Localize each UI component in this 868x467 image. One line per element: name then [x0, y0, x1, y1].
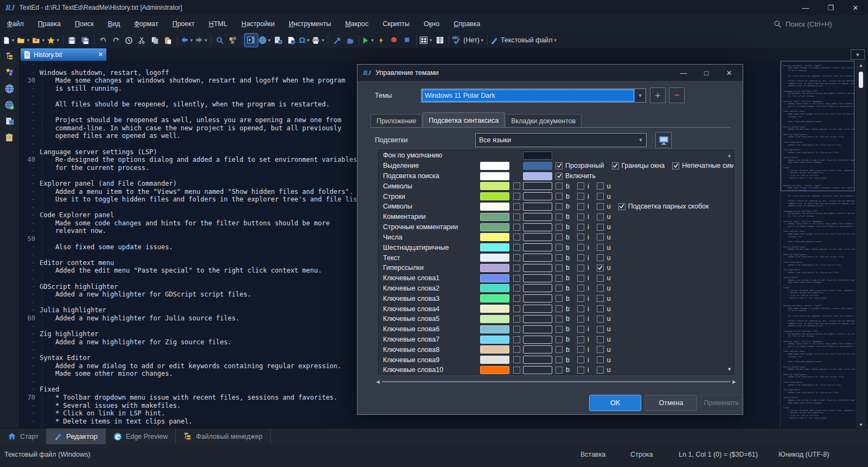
style-u-checkbox[interactable]: [597, 193, 604, 200]
dialog-close-button[interactable]: ✕: [718, 69, 741, 77]
highlighter-button[interactable]: Текстовый файл▼: [490, 34, 558, 47]
file-history-button[interactable]: [123, 34, 136, 47]
highlight-colors-list[interactable]: Фон по умолчаниюВыделениеПрозрачныйГрани…: [378, 150, 734, 375]
background-color-swatch[interactable]: [523, 172, 552, 180]
background-color-swatch[interactable]: [523, 223, 552, 231]
style-i-checkbox[interactable]: [577, 264, 584, 272]
insert-mode-status[interactable]: Вставка: [580, 451, 605, 458]
style-u-checkbox[interactable]: [597, 356, 604, 363]
background-color-swatch[interactable]: [523, 356, 552, 364]
open-folder-button[interactable]: ▼: [16, 34, 31, 47]
minimize-button[interactable]: —: [793, 0, 818, 15]
background-enable-checkbox[interactable]: [513, 336, 520, 343]
style-i-checkbox[interactable]: [577, 224, 584, 231]
style-b-checkbox[interactable]: [556, 326, 563, 333]
style-b-checkbox[interactable]: [556, 356, 563, 363]
style-b-checkbox[interactable]: [556, 254, 563, 261]
style-u-checkbox[interactable]: [597, 367, 604, 374]
style-i-checkbox[interactable]: [577, 346, 584, 353]
style-i-checkbox[interactable]: [577, 182, 584, 190]
list-scroll-up-icon[interactable]: ▲: [727, 153, 732, 158]
style-b-checkbox[interactable]: [556, 285, 563, 292]
style-u-checkbox[interactable]: [597, 326, 604, 333]
background-enable-checkbox[interactable]: [513, 203, 520, 210]
style-u-checkbox[interactable]: [597, 182, 604, 190]
background-color-swatch[interactable]: [523, 182, 552, 190]
highlight-row[interactable]: ВыделениеПрозрачныйГраницы окнаНепечатны…: [379, 161, 733, 171]
style-u-checkbox[interactable]: [597, 336, 604, 343]
foreground-color-swatch[interactable]: [480, 274, 509, 282]
style-i-checkbox[interactable]: [577, 213, 584, 220]
foreground-color-swatch[interactable]: [480, 264, 509, 272]
style-b-checkbox[interactable]: [556, 264, 563, 272]
list-scroll-down-icon[interactable]: ▼: [727, 367, 732, 372]
style-i-checkbox[interactable]: [577, 315, 584, 323]
background-enable-checkbox[interactable]: [513, 326, 520, 333]
chevron-down-icon[interactable]: ▼: [189, 38, 194, 43]
highlight-row[interactable]: Фон по умолчанию: [379, 150, 733, 161]
chevron-down-icon[interactable]: ▼: [26, 38, 30, 43]
style-b-checkbox[interactable]: [556, 213, 563, 220]
redo-button[interactable]: [110, 34, 123, 47]
menu-правка[interactable]: Правка: [31, 20, 68, 28]
columns-button[interactable]: [433, 34, 446, 47]
undo-button[interactable]: [97, 34, 110, 47]
chevron-down-icon[interactable]: ▼: [321, 38, 325, 43]
background-enable-checkbox[interactable]: [513, 305, 520, 312]
tab-close-icon[interactable]: ✕: [98, 51, 103, 58]
sidebar-doc-preview-button[interactable]: [0, 113, 19, 129]
style-i-checkbox[interactable]: [577, 356, 584, 363]
chevron-down-icon[interactable]: ▼: [553, 38, 558, 43]
highlight-row[interactable]: Строкиbiu: [379, 191, 733, 201]
close-button[interactable]: ✕: [843, 0, 868, 15]
dialog-maximize-button[interactable]: □: [695, 69, 718, 77]
special-chars-button[interactable]: Ω▼: [298, 34, 311, 47]
background-color-swatch[interactable]: [523, 254, 552, 262]
tools-button[interactable]: [330, 34, 343, 47]
minimap-viewport[interactable]: [781, 61, 854, 191]
style-b-checkbox[interactable]: [556, 224, 563, 231]
background-color-swatch[interactable]: [523, 336, 552, 344]
style-u-checkbox[interactable]: [597, 295, 604, 302]
checkbox-Прозрачный[interactable]: [556, 162, 563, 169]
background-color-swatch[interactable]: [523, 366, 552, 374]
style-i-checkbox[interactable]: [577, 295, 584, 302]
menu-формат[interactable]: Формат: [127, 20, 165, 28]
spellcheck-button[interactable]: ABC(Нет)▼: [451, 34, 485, 47]
background-enable-checkbox[interactable]: [513, 315, 520, 323]
foreground-color-swatch[interactable]: [480, 294, 509, 302]
foreground-color-swatch[interactable]: [480, 213, 509, 221]
background-enable-checkbox[interactable]: [513, 224, 520, 231]
workspace-tab-старт[interactable]: Старт: [0, 428, 47, 444]
plugins-button[interactable]: [343, 34, 356, 47]
sidebar-web-sync-button[interactable]: [0, 97, 19, 113]
background-color-swatch[interactable]: [523, 274, 552, 282]
highlight-row[interactable]: Текстbiu: [379, 253, 733, 263]
foreground-color-swatch[interactable]: [480, 305, 509, 313]
background-enable-checkbox[interactable]: [513, 275, 520, 282]
style-b-checkbox[interactable]: [556, 315, 563, 323]
menu-справка[interactable]: Справка: [446, 20, 487, 28]
foreground-color-swatch[interactable]: [480, 243, 509, 251]
list-horizontal-scrollbar[interactable]: ◀ ▶: [376, 378, 736, 385]
global-search-input[interactable]: Поиск (Ctrl+H): [774, 15, 860, 33]
foreground-color-swatch[interactable]: [480, 254, 509, 262]
foreground-color-swatch[interactable]: [480, 223, 509, 231]
style-b-checkbox[interactable]: [556, 305, 563, 312]
dialog-tab-приложение[interactable]: Приложение: [371, 114, 422, 128]
favorites-star-button[interactable]: ▼: [46, 34, 61, 47]
highlight-row[interactable]: Ключевые слова3biu: [379, 293, 733, 304]
side-panel-button[interactable]: [245, 34, 258, 47]
save-all-button[interactable]: [79, 34, 92, 47]
menu-окно[interactable]: Окно: [417, 20, 446, 28]
chevron-down-icon[interactable]: ▼: [635, 134, 646, 147]
highlight-row[interactable]: Ключевые слова4biu: [379, 304, 733, 314]
chevron-down-icon[interactable]: ▼: [429, 38, 433, 43]
background-color-swatch[interactable]: [523, 284, 552, 292]
layout-button[interactable]: ▼: [419, 34, 433, 47]
tab-list-dropdown-button[interactable]: ▼: [851, 49, 865, 60]
background-color-swatch[interactable]: [523, 233, 552, 241]
menu-настройки[interactable]: Настройки: [234, 20, 282, 28]
foreground-color-swatch[interactable]: [480, 162, 509, 170]
chevron-down-icon[interactable]: ▼: [480, 38, 484, 43]
